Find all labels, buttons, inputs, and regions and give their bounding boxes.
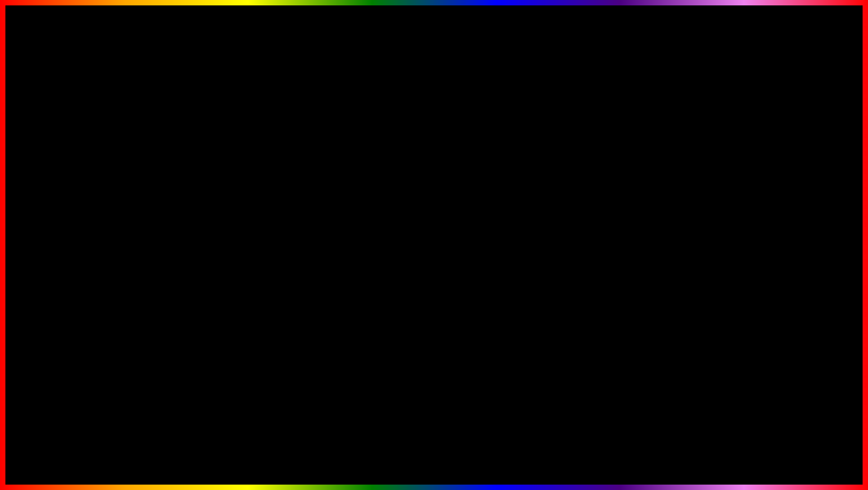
auto-store-fruit-btn[interactable]: Auto Store Fruit bbox=[446, 233, 600, 245]
auto-farm-fast-check: ✓ bbox=[211, 187, 220, 196]
blox-fruits-logo: ☠ BL☠X FRUITS bbox=[746, 415, 814, 472]
left-panel-nav: Main Auto Itame Teleport Dungeon + Shop … bbox=[64, 143, 426, 156]
svg-point-8 bbox=[198, 383, 202, 388]
auto-buy-chip-dungeon-label: Auto Buy Chip Dungeon bbox=[611, 199, 669, 205]
divider-1 bbox=[68, 201, 222, 202]
skull-icon: ☠ bbox=[773, 420, 786, 436]
header-dot bbox=[68, 161, 72, 165]
header-dot2 bbox=[89, 161, 92, 165]
dungeon-dropdown-value: Bird: Phoenix bbox=[614, 182, 646, 188]
auto-bring-fruit-label: Auto Bring Fruit bbox=[448, 223, 485, 230]
svg-point-9 bbox=[209, 380, 214, 386]
logo-text-fruits: FRUITS bbox=[754, 450, 807, 468]
svg-point-6 bbox=[202, 402, 207, 407]
setting-sub-label: Select Weapon bbox=[232, 168, 422, 174]
setting-label: Setting bbox=[232, 160, 422, 166]
auto-farm-mastery-fruit-item[interactable]: Auto Farm Mastery Fruit bbox=[68, 213, 222, 225]
left-panel-right-col: Setting Select Weapon Melee ▼ Auto Set S… bbox=[227, 156, 426, 290]
main-dungeon-label: 🎯 Main Dungeon 🎯 bbox=[609, 160, 659, 166]
left-panel-subtitle: Hub | Free Script By TH bbox=[103, 129, 160, 135]
right-panel-right-col: 🎯 Main Dungeon 🎯 Select Dungeon Bird: Ph… bbox=[605, 156, 804, 290]
free-badge: FREE NO KEY !! bbox=[407, 130, 510, 184]
bottom-text: UPDATE 20 SCRIPT PASTEBIN .bottom-text s… bbox=[0, 431, 868, 472]
auto-set-spawn-btn[interactable]: Auto Set Spawn bbox=[232, 194, 422, 207]
redeem-all-code-btn[interactable]: Redeem All Code bbox=[232, 207, 422, 219]
bring-mob-btn[interactable]: Bring Mob bbox=[232, 219, 422, 232]
dungeon-dropdown-arrow: ▼ bbox=[789, 182, 795, 188]
auto-farm-level-label: Auto Farm Level bbox=[70, 174, 110, 180]
main-section-header: Main bbox=[68, 160, 222, 165]
select-dungeon-label: Select Dungeon bbox=[609, 169, 800, 175]
auto-buy-chip-dungeon-btn[interactable]: Auto Buy Chip Dungeon bbox=[609, 196, 800, 208]
left-panel-left-col: Main Auto Farm Level ✓ Auto Farm Fast ✓ … bbox=[64, 156, 227, 290]
auto-farm-fast-item[interactable]: Auto Farm Fast ✓ bbox=[68, 184, 222, 200]
tab-dungeon-shop[interactable]: Dungeon + Shop bbox=[148, 145, 195, 155]
logo-text-blox: BL☠X bbox=[754, 435, 806, 451]
right-tab-misc[interactable]: Misc bbox=[520, 145, 539, 155]
bg-glow-left bbox=[22, 333, 157, 423]
free-line2: NO KEY !! bbox=[407, 159, 510, 184]
auto-store-fruit-label: Auto Store Fruit bbox=[448, 236, 486, 242]
pastebin-word: PASTEBIN bbox=[518, 431, 698, 471]
dungeon-dropdown[interactable]: Bird: Phoenix ▼ bbox=[609, 178, 800, 191]
left-panel-header: 🐺 Wolf Hub | Free Script By TH ⚙ bbox=[64, 122, 426, 143]
devil-fruit-dropdown-arrow: ▼ bbox=[590, 181, 595, 187]
auto-farm-mastery-gun-label: Auto Farm Mastery Gun bbox=[70, 228, 128, 235]
auto-start-dungeon-label: Auto Start Dungeon bbox=[611, 211, 658, 218]
auto-start-dungeon-btn[interactable]: Auto Start Dungeon bbox=[609, 208, 800, 221]
main-title: BLOX FRUITS bbox=[0, 13, 868, 85]
wolf-icon-left: 🐺 bbox=[71, 128, 80, 137]
auto-rejoin-btn[interactable]: Auto Rejoin bbox=[232, 232, 422, 245]
weapon-dropdown-value: Melee bbox=[237, 180, 251, 187]
update-number: 20 bbox=[326, 431, 366, 471]
auto-random-fruit-btn[interactable]: Auto Random Fruit bbox=[446, 208, 600, 220]
auto-next-island-btn[interactable]: Auto Next Island bbox=[609, 221, 800, 233]
auto-farm-mastery-fruit-label: Auto Farm Mastery Fruit bbox=[70, 216, 128, 222]
tab-auto-itame[interactable]: Auto Itame bbox=[89, 145, 122, 155]
svg-point-10 bbox=[220, 383, 225, 387]
auto-farm-level-item[interactable]: Auto Farm Level ✓ bbox=[68, 169, 222, 184]
auto-mastery-label: Auto Mastery bbox=[68, 205, 222, 210]
weapon-dropdown[interactable]: Melee ▼ bbox=[232, 177, 422, 190]
auto-farm-mastery-gun-item[interactable]: Auto Farm Mastery Gun bbox=[68, 225, 222, 238]
wolf-logo-left: 🐺 bbox=[69, 126, 82, 138]
auto-bring-fruit-btn[interactable]: Auto Bring Fruit bbox=[446, 220, 600, 233]
fruit-character: 🧙 bbox=[209, 340, 241, 371]
kill-aura-label: Kill Aura bbox=[611, 236, 631, 243]
left-panel-title: Wolf bbox=[85, 129, 99, 136]
update-word: UPDATE bbox=[171, 431, 326, 471]
main-section-label: Main bbox=[74, 160, 85, 165]
tab-teleport[interactable]: Teleport bbox=[122, 145, 148, 155]
free-line1: FREE bbox=[407, 130, 510, 159]
main-dungeon-header: 🎯 Main Dungeon 🎯 bbox=[609, 160, 800, 166]
script-word: SCRIPT bbox=[366, 431, 518, 471]
right-panel-gear-icon[interactable]: ⚙ bbox=[792, 127, 799, 137]
auto-random-fruit-label: Auto Random Fruit bbox=[448, 211, 493, 217]
svg-point-7 bbox=[215, 402, 221, 407]
logo-box: ☠ BL☠X FRUITS bbox=[745, 414, 815, 473]
tab-main[interactable]: Main bbox=[69, 145, 89, 155]
kill-aura-btn[interactable]: Kill Aura bbox=[609, 233, 800, 246]
auto-buy-devil-fruit-label: Auto Buy Devil Fruit bbox=[448, 198, 496, 205]
auto-farm-level-check: ✓ bbox=[211, 172, 220, 181]
auto-next-island-label: Auto Next Island bbox=[611, 224, 651, 230]
main-title-container: BLOX FRUITS bbox=[0, 13, 868, 85]
tab-misc[interactable]: Misc bbox=[195, 145, 214, 155]
auto-buy-devil-fruit-btn[interactable]: Auto Buy Devil Fruit bbox=[446, 195, 600, 208]
left-panel: 🐺 Wolf Hub | Free Script By TH ⚙ Main Au… bbox=[63, 121, 427, 291]
auto-farm-fast-label: Auto Farm Fast bbox=[70, 189, 107, 195]
left-panel-content: Main Auto Farm Level ✓ Auto Farm Fast ✓ … bbox=[64, 156, 426, 290]
